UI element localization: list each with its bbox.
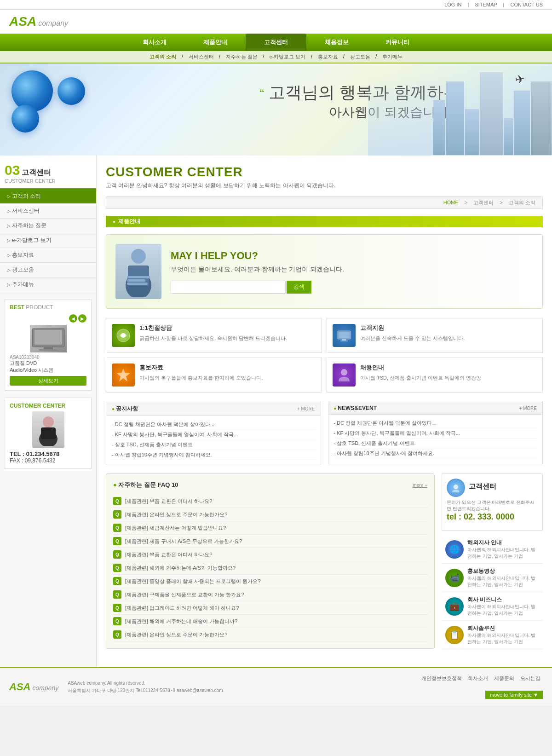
subnav-extra[interactable]: 추가메뉴 [382,54,402,59]
footer-link-privacy[interactable]: 개인정보보호정책 [421,675,462,681]
subnav-faq[interactable]: 자주하는 질문 [226,54,258,59]
nav-item-customer[interactable]: 고객센터 [246,34,306,51]
right-link-text-overseas: 해외지사 안내 아사웹의 해외지사안내입니다. 발전하는 기업, 일서가는 기업 [467,539,539,560]
breadcrumb-current: 고객의 소리 [509,200,535,205]
service-desc-support: 여러분을 신속하게 도울 수 있는 시스템입니다. [360,335,465,342]
news-item-4[interactable]: 아사웹 창립10주년 기념행사에 참여하세요. [334,449,537,459]
contact-link[interactable]: CONTACT US [511,2,543,7]
faq-q-icon-5: Q [113,550,121,559]
help-subtitle: 무엇이든 물어보세요. 여러분과 함께하는 기업이 되겠습니다. [171,265,344,274]
faq-more-link[interactable]: more + [413,483,427,488]
faq-item-11[interactable]: Q[제품관련] 온라인 상으로 주문이 가능한가요? [113,628,427,641]
product-nav: ◀ ▶ [10,314,86,323]
faq-item-3[interactable]: Q[제품관련] 세금계산서는 어떻게 발급받나요? [113,521,427,535]
content-wrapper: 03 고객센터 CUSTOMER CENTER 고객의 소리 서비스센터 자주하… [0,156,552,667]
nav-item-products[interactable]: 제품안내 [185,34,246,51]
news-item-2[interactable]: KF 사망의 봉사단, 북구폴들에 열심이여, 사회에 작극... [334,428,537,439]
right-link-solution[interactable]: 📋 회사솔루션 아사웹의 해외지사안내입니다. 발전하는 기업, 일서가는 기업 [442,621,543,649]
product-next-btn[interactable]: ▶ [78,314,86,323]
footer-link-directions[interactable]: 오시는길 [520,675,540,681]
faq-item-1[interactable]: Q[제품관련] 부품 교환은 어디서 하나요? [113,495,427,508]
sitemap-link[interactable]: SITEMAP [475,2,497,7]
sidebar-item-pr[interactable]: 홍보자료 [0,248,96,263]
nav-item-recruit[interactable]: 채용정보 [306,34,367,51]
building-1 [433,100,445,155]
subnav-ecatalog[interactable]: e-카달로그 보기 [270,54,306,59]
service-title-pr: 홍보자료 [139,364,263,372]
faq-q-icon-4: Q [113,537,121,545]
faq-item-2[interactable]: Q[제품관련] 온라인 상으로 주문이 가능한가요? [113,508,427,521]
top-utility-bar: LOG IN | SITEMAP | CONTACT US [0,0,552,10]
faq-q-icon-11: Q [113,630,121,639]
faq-q-icon-2: Q [113,510,121,519]
family-site-button[interactable]: move to family site ▼ [485,691,543,699]
sidebar-fax: FAX : 09.876.5432 [10,457,86,464]
right-link-text-video: 홍보동영상 아사웹의 해외지사안내입니다. 발전하는 기업, 일서가는 기업 [467,567,539,588]
sidebar-tel: TEL : 01.234.5678 [10,450,86,457]
breadcrumb-mid[interactable]: 고객센터 [473,200,494,205]
faq-item-10[interactable]: Q[제품관련] 해외에 거주하는데 배송이 가능합니까? [113,615,427,628]
notice-item-3[interactable]: 삼호 TSD, 신제품 출시기념 이벤트 [112,440,315,450]
cc-right-icon [447,479,465,497]
news-item-1[interactable]: DC 정렬 채권단은 아사웹 덕분에 살아있다... [334,418,537,428]
service-card-consultation: 1:1친절상담 긁급하신 사항을 바로 상담하세요. 속시원히 답변해 드리겠습… [106,318,322,353]
cc-right-title: 고객센터 [469,482,496,491]
breadcrumb-home[interactable]: HOME [443,200,459,205]
help-search-button[interactable]: 검색 [287,281,311,294]
right-link-overseas[interactable]: 🌐 해외지사 안내 아사웹의 해외지사안내입니다. 발전하는 기업, 일서가는 … [442,535,543,564]
news-more-link[interactable]: + MORE [519,406,537,411]
faq-item-4[interactable]: Q[제품관련] 제품 구매시 A/S은 무상으로 가능한가요? [113,535,427,548]
nav-item-community[interactable]: 커뮤니티 [367,34,428,51]
banner-globe [9,68,92,151]
faq-item-7[interactable]: Q[제품관련] 동영상 플레이 할때 사용되는 프로그램이 뭔가요? [113,575,427,588]
faq-item-8[interactable]: Q[제품관련] 구제품을 신제품으로 교환이 가능 한가요? [113,588,427,601]
help-title: MAY I HELP YOU? [171,250,344,262]
sidebar-item-faq[interactable]: 자주하는 질문 [0,219,96,233]
faq-item-6[interactable]: Q[제품관련] 해외에 거주하는데 A/S가 가능할까요? [113,561,427,575]
right-link-business[interactable]: 💼 회사 비즈니스 아사웹이 해외지사안내입니다. 발전하는 기업, 일서가는 … [442,592,543,621]
footer-link-company[interactable]: 회사소개 [468,675,488,681]
faq-item-9[interactable]: Q[제품관련] 업그레이드 하려면 어떻게 해야 하나요? [113,601,427,615]
main-content: CUSTOMER CENTER 고객 여러분 안녕하세요? 항상 여러분의 생활… [97,156,552,667]
product-image [30,325,67,352]
notice-item-1[interactable]: DC 정렬 채권단은 아사웹 덕분에 살아있다... [112,420,315,430]
product-detail-btn[interactable]: 상세보기 [10,376,86,386]
service-info-recruit: 채용안내 아사웹 TSD, 신제품 출시기념 이벤트 독일에의 영강앙 [360,364,481,382]
cc-right-desc: 문의가 있으신 고객은 아래번호로 전화주시면 답변드리겠습니다. [447,499,538,512]
logo[interactable]: ASA company [9,14,68,29]
globe-small-1 [58,77,85,105]
footer: ASA company ASAweb company. All rights r… [0,667,552,706]
subnav-voice[interactable]: 고객의 소리 [150,54,176,59]
subnav-pr[interactable]: 홍보자료 [318,54,338,59]
sidebar-item-ads[interactable]: 광고모음 [0,263,96,277]
footer-link-products[interactable]: 제품문의 [494,675,514,681]
notice-list: DC 정렬 채권단은 아사웹 덕분에 살아있다... KF 사망의 봉사단, 북… [106,416,321,464]
notice-more-link[interactable]: + MORE [297,406,315,411]
service-card-support: 고객지원 여러분을 신속하게 도울 수 있는 시스템입니다. [327,318,543,353]
sidebar-item-voice[interactable]: 고객의 소리 [0,189,96,204]
header: ASA company [0,10,552,34]
subnav-ads[interactable]: 광고모음 [350,54,370,59]
nav-item-company[interactable]: 회사소개 [124,34,185,51]
faq-item-5[interactable]: Q[제품관련] 부품 교환은 어디서 하나요? [113,548,427,561]
section-label: 제품안내 [106,216,543,227]
sidebar-item-ecatalog[interactable]: e-카달로그 보기 [0,233,96,248]
faq-header: 자주하는 질문 FAQ 10 more + [113,481,427,489]
help-search-input[interactable] [171,281,286,294]
sidebar-number: 03 [5,162,20,178]
right-link-video[interactable]: 📹 홍보동영상 아사웹의 해외지사안내입니다. 발전하는 기업, 일서가는 기업 [442,564,543,592]
svg-rect-10 [127,276,150,278]
faq-q-icon-9: Q [113,604,121,612]
sidebar-item-extra[interactable]: 추가메뉴 [0,277,96,292]
subnav-service[interactable]: 서비스센터 [189,54,214,59]
news-item-3[interactable]: 삼호 TSD, 신제품 출시기념 이벤트 [334,439,537,449]
service-info-consultation: 1:1친절상담 긁급하신 사항을 바로 상담하세요. 속시원히 답변해 드리겠습… [139,324,287,342]
notice-item-2[interactable]: KF 사망의 봉사단, 북구폴들에 열심이여, 사회에 작극... [112,430,315,440]
login-link[interactable]: LOG IN [444,2,461,7]
footer-logo[interactable]: ASA company [9,681,58,693]
notice-item-4[interactable]: 아사웹 창립10주년 기념행사에 참여하세요. [112,450,315,460]
sidebar-item-service[interactable]: 서비스센터 [0,204,96,219]
service-icon-support [333,324,356,347]
service-icon-consultation [112,324,135,347]
product-prev-btn[interactable]: ◀ [69,314,77,323]
